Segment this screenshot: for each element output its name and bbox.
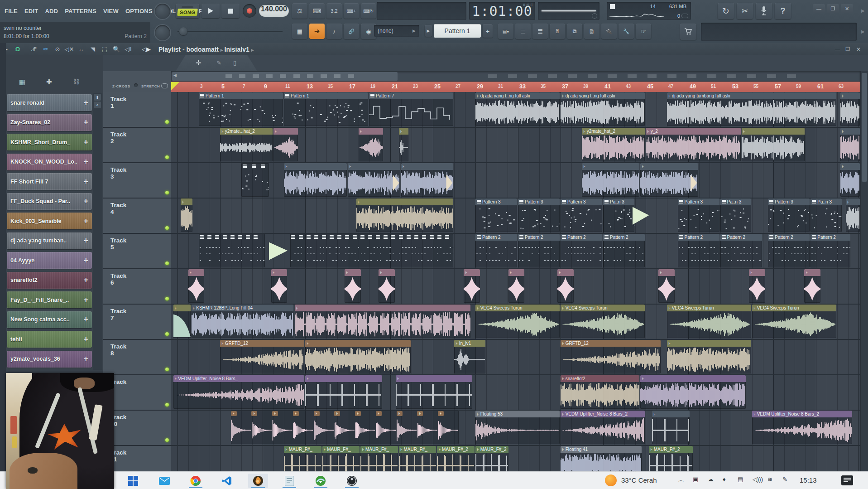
sidebar-item[interactable]: 04 Ayyye ✛ [7,252,92,269]
drag-handle-icon[interactable]: ✛ [84,198,88,204]
menu-add[interactable]: ADD [45,8,58,15]
taskbar-app-mail[interactable] [154,474,174,488]
track-name[interactable]: Track 4 [110,202,126,215]
playlist-vertical-scrollbar[interactable] [860,71,868,471]
track-name[interactable]: Track 7 [110,308,126,321]
audio-clip[interactable]: ⊦VEDM Uplifter_Noise 8 Bars_2 [752,411,852,444]
track-led[interactable] [165,155,169,159]
track-led[interactable] [165,297,169,300]
pattern-clip[interactable]: Pattern 2 [518,234,560,267]
audio-clip[interactable]: ⊦y2mate_hat_2 [582,128,645,161]
audio-clip[interactable]: ⊦ [188,269,205,303]
audio-clip[interactable]: ⊦MAUR_F#_2 [649,446,693,471]
audio-clip[interactable]: ⊦VEC4 Sweeps Turun [475,305,560,338]
track-led[interactable] [165,226,169,230]
audio-clip[interactable]: ⊦KSHMR 128BP..Long Fill 04 [192,305,294,338]
audio-clip[interactable]: ⊦y_2 [646,128,741,161]
track-name[interactable]: Track 8 [110,343,126,357]
audio-clip[interactable]: ⊦GRFTD_12 [561,340,661,373]
sidebar-item[interactable]: dj ada yang tumban.. ✛ [7,232,92,249]
audio-clip[interactable]: ⊦dj ada yang t..ng full aslii [561,92,645,126]
audio-clip[interactable]: ⊦ [295,305,470,338]
drag-handle-icon[interactable]: ✛ [84,356,88,362]
weather-text[interactable]: 33°C Cerah [621,476,657,484]
audio-clip[interactable]: ⊦ [846,199,860,232]
pattern-clip[interactable]: Pa..n 3 [810,199,842,232]
pattern-clip[interactable]: Pattern 2 [475,234,517,267]
pattern-clip[interactable]: Pattern 2 [678,234,719,267]
audio-clip[interactable]: ⊦ [396,375,473,409]
pattern-clip[interactable]: Pattern 2 [768,234,810,267]
audio-clip[interactable]: ⊦ [658,269,675,303]
taskbar-app-chrome[interactable] [186,474,206,488]
browser-panel-button[interactable]: ⧉ [567,24,582,39]
pattern-clip[interactable]: Pattern 3 [518,199,560,232]
tray-chevron-icon[interactable]: ︿ [678,476,684,484]
play-button[interactable] [201,4,220,18]
audio-clip[interactable]: ⊦ [749,269,765,303]
menu-patterns[interactable]: PATTERNS [65,8,96,15]
audio-clip[interactable] [632,199,650,232]
mixer-panel-button[interactable]: 🎚 [550,24,565,39]
tray-mic-icon[interactable]: ♦ [723,476,726,483]
taskbar-app-start[interactable] [123,474,143,488]
sync-button[interactable]: ↻ [718,3,734,19]
snap-main-button[interactable]: ➜ [309,24,325,39]
automation-view-icon[interactable]: ⛓ [73,78,80,85]
playlist-panel-button[interactable]: ▤▾ [498,24,513,39]
audio-clip[interactable]: ⊦ [667,340,751,373]
audio-clip[interactable]: ⊦dj ada yang tumbang full aslii [667,92,836,126]
sidebar-item[interactable]: KSHMR_Short_Drum_ ✛ [7,134,92,150]
drag-handle-icon[interactable]: ✛ [84,277,88,283]
track-led[interactable] [165,120,169,124]
tray-cloud-icon[interactable]: ☁ [708,476,714,483]
track-name[interactable]: Track 2 [110,131,126,145]
audio-clip[interactable]: ⊦Floating 41 [561,446,642,471]
piano-roll-panel-button[interactable]: 𝄙 [515,24,531,39]
drag-handle-icon[interactable]: ✛ [84,100,88,106]
drag-handle-icon[interactable]: ✛ [84,179,88,185]
audio-clip[interactable]: ⊦ [181,199,192,232]
drag-handle-icon[interactable]: ✛ [84,336,88,343]
marker-panel[interactable] [377,2,466,20]
toolbar2-overflow-arrow[interactable]: ▶ [861,29,865,34]
pattern-clip[interactable]: Pattern 2 [720,234,762,267]
audio-clip[interactable]: ⊦ [640,375,746,409]
main-volume-slider[interactable] [177,31,283,32]
sidebar-item[interactable]: y2mate_vocals_36 ✛ [7,351,92,368]
cut-tool-button[interactable]: ✂ [737,3,753,19]
sidebar-item[interactable]: KNOCK_ON_WOOD_Lo.. ✛ [7,154,92,170]
drag-handle-icon[interactable]: ✛ [84,237,88,244]
audio-clip[interactable]: ⊦⊦⊦⊦⊦⊦⊦⊦⊦⊦⊦ [231,411,459,444]
main-volume-knob[interactable] [154,3,171,20]
drag-handle-icon[interactable]: ✛ [84,159,88,165]
countdown-button[interactable]: 3.2 [326,3,342,19]
sidebar-item[interactable]: FF Short Fill 7 ✛ [7,173,92,190]
delete-tool-icon[interactable]: ⊘ [52,46,63,53]
touch-button[interactable]: ☞ [636,24,651,39]
sidebar-item[interactable]: Kick_003_Sensible ✛ [7,213,92,229]
audio-clip[interactable]: ⊦ [271,269,288,303]
stretch-toggle[interactable] [161,83,168,88]
audio-clip[interactable] [290,234,453,267]
stop-button[interactable] [221,4,240,18]
wait-input-button[interactable]: ⌨ [309,3,325,19]
main-pitch-knob[interactable] [154,24,171,41]
piano-view-icon[interactable]: ▦ [19,78,25,86]
audio-clip[interactable] [241,163,269,197]
audio-clip[interactable]: ⊦ [173,305,191,338]
audio-clip[interactable]: ⊦In_lv1 [454,340,485,373]
track-led[interactable] [165,403,169,407]
drag-handle-icon[interactable]: ✛ [84,139,88,145]
menu-options[interactable]: OPTIONS [125,8,153,15]
shop-button[interactable] [680,24,696,40]
oscilloscope-panel[interactable] [538,2,599,20]
slip-edit-icon[interactable]: ↔ [75,46,87,53]
sidebar-item[interactable]: New Song calma acc.. ✛ [7,311,92,328]
audio-clip[interactable]: ⊦ [840,128,860,161]
audio-clip[interactable]: ⊦snareflot2 [561,375,639,409]
playhead-marker[interactable] [171,82,179,90]
audio-clip[interactable]: ⊦GRFTD_12 [220,340,304,373]
drag-handle-icon[interactable]: ✛ [84,119,88,126]
audio-clip[interactable]: ⊦VEDM Uplifter_Noise 8 Bars_2 [561,411,645,444]
